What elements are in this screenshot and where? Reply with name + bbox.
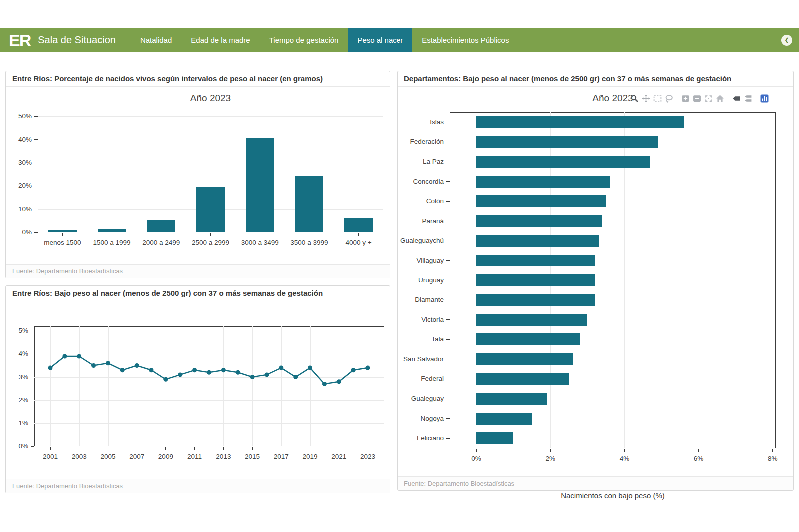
nav-tabs: Natalidad Edad de la madre Tiempo de ges… [131, 28, 519, 52]
x-tick-label: 2017 [266, 453, 296, 460]
zoom-icon[interactable] [629, 93, 640, 104]
bar [476, 432, 513, 444]
y-tick [446, 241, 450, 241]
data-point-marker [265, 372, 269, 377]
gridline [773, 112, 773, 448]
bar [476, 413, 532, 425]
y-tick [446, 339, 450, 340]
y-tick [31, 331, 34, 331]
y-tick-label: Diamante [398, 296, 444, 303]
hover-closest-icon[interactable] [731, 93, 742, 104]
y-tick-label: 0% [6, 442, 28, 450]
y-tick-label: San Salvador [398, 355, 444, 363]
data-point-marker [106, 361, 110, 365]
lasso-select-icon[interactable] [663, 93, 675, 104]
x-tick [368, 447, 368, 450]
y-tick-label: Feliciano [398, 434, 444, 442]
bar [295, 176, 323, 233]
trend-line [50, 356, 368, 384]
data-point-marker [135, 363, 139, 368]
x-tick [281, 447, 281, 450]
bar [48, 230, 77, 232]
x-tick-label: 3500 a 3999 [285, 239, 333, 246]
autoscale-icon[interactable] [703, 93, 714, 104]
gridline [38, 116, 383, 117]
x-tick [161, 233, 161, 236]
tab-tiempo-de-gestacion[interactable]: Tiempo de gestación [260, 28, 348, 52]
y-tick-label: Federal [398, 375, 444, 382]
x-tick [309, 233, 309, 236]
data-point-marker [207, 370, 211, 375]
x-tick-label: 3000 a 3499 [236, 239, 284, 246]
data-point-marker [62, 354, 67, 359]
data-point-marker [351, 368, 356, 372]
box-select-icon[interactable] [652, 93, 663, 104]
y-tick [446, 181, 450, 182]
bar [196, 187, 225, 232]
y-tick-label: Concordia [398, 178, 444, 185]
x-tick [310, 447, 310, 450]
top-white-strip [0, 0, 799, 28]
tab-natalidad[interactable]: Natalidad [131, 28, 181, 52]
x-tick [624, 449, 625, 452]
y-tick [31, 354, 34, 354]
y-tick [446, 280, 450, 280]
x-tick-label: 4000 y + [335, 239, 383, 246]
data-point-marker [48, 366, 53, 370]
bar [476, 156, 650, 168]
bar [476, 176, 610, 188]
pan-icon[interactable] [640, 93, 652, 104]
gridline [38, 140, 383, 140]
panel-low-weight-trend-footer: Fuente: Departamento Bioestadísticas [6, 479, 390, 493]
y-tick-label: Colón [398, 197, 444, 205]
y-tick [446, 162, 450, 162]
y-tick-label: Gualeguay [398, 395, 444, 402]
x-tick-label: 4% [609, 455, 639, 462]
y-tick [446, 418, 450, 419]
panel-weight-intervals: Entre Ríos: Porcentaje de nacidos vivos … [5, 71, 390, 278]
x-tick-label: 6% [684, 455, 714, 462]
panel-departments-footer: Fuente: Departamento Bioestadísticas [398, 476, 793, 490]
y-tick-label: Islas [398, 118, 444, 126]
trend-line-series [34, 326, 384, 446]
line-chart-low-weight-trend: 0%1%2%3%4%5%2001200320052007200920112013… [6, 301, 390, 479]
x-tick-label: 2007 [122, 453, 152, 460]
hover-compare-icon[interactable] [742, 93, 754, 104]
right-column: Departamentos: Bajo peso al nacer (menos… [397, 71, 794, 493]
y-tick-label: Victoria [398, 316, 444, 323]
zoom-in-icon[interactable] [680, 93, 691, 104]
tab-establecimientos-publicos[interactable]: Establecimientos Públicos [412, 28, 518, 52]
tab-edad-de-la-madre[interactable]: Edad de la madre [181, 28, 259, 52]
x-tick-label: 2500 a 2999 [187, 239, 235, 246]
y-tick [446, 122, 450, 122]
data-point-marker [192, 368, 197, 372]
y-tick-label: Villaguay [398, 257, 444, 264]
y-tick [446, 260, 450, 261]
gridline [38, 163, 383, 163]
y-tick-label: 20% [6, 182, 32, 189]
data-point-marker [178, 372, 182, 377]
chevron-left-icon: ❮ [784, 37, 789, 43]
data-point-marker [279, 366, 283, 370]
zoom-out-icon[interactable] [691, 93, 703, 104]
x-tick-label: 0% [461, 455, 491, 462]
reset-axes-icon[interactable] [714, 93, 726, 104]
bar [476, 215, 602, 227]
plotly-logo-icon[interactable] [759, 93, 770, 104]
y-tick [446, 221, 450, 221]
x-tick [50, 447, 51, 450]
bar [476, 333, 580, 345]
bar [476, 314, 587, 326]
x-tick-label: 2009 [151, 453, 181, 460]
brand: ER Sala de Situacion [0, 28, 131, 52]
y-tick [446, 399, 450, 399]
x-tick-label: 2019 [295, 453, 325, 460]
er-logo: ER [9, 32, 30, 49]
x-tick-label: 2023 [353, 453, 383, 460]
y-tick [446, 142, 450, 142]
y-tick-label: 3% [6, 373, 28, 381]
tab-peso-al-nacer[interactable]: Peso al nacer [348, 28, 412, 52]
y-tick-label: La Paz [398, 158, 444, 165]
x-tick [358, 233, 359, 236]
navbar-collapse-button[interactable]: ❮ [781, 35, 792, 46]
